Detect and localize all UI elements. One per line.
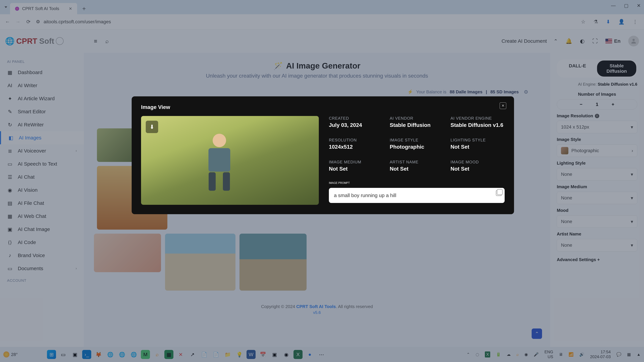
modal-title: Image View — [141, 104, 505, 110]
preview-figure — [205, 134, 234, 187]
prompt-value[interactable]: a small boy running up a hill — [329, 188, 505, 203]
modal-close-button[interactable]: ✕ — [500, 102, 506, 109]
image-preview: ⬇ — [141, 116, 319, 205]
copy-icon[interactable] — [496, 190, 502, 196]
download-button[interactable]: ⬇ — [146, 121, 158, 133]
prompt-label: IMAGE PROMPT — [329, 182, 505, 185]
image-metadata: CREATEDJuly 03, 2024 AI VENDORStable Dif… — [329, 116, 505, 205]
image-view-modal: Image View ✕ ⬇ CREATEDJuly 03, 2024 AI V… — [132, 96, 514, 214]
